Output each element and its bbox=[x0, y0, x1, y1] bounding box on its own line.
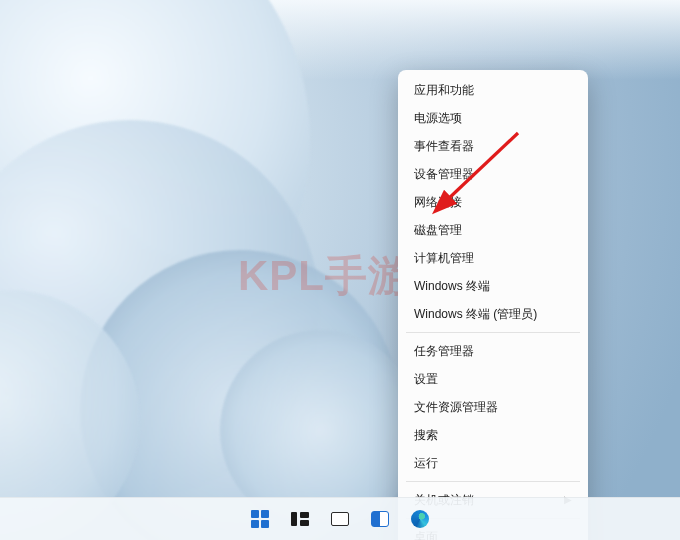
widgets-icon bbox=[371, 511, 389, 527]
menu-item-label: 计算机管理 bbox=[414, 250, 474, 266]
winx-context-menu[interactable]: 应用和功能电源选项事件查看器设备管理器网络连接磁盘管理计算机管理Windows … bbox=[398, 70, 588, 540]
start-button[interactable] bbox=[247, 506, 273, 532]
menu-item-label: 应用和功能 bbox=[414, 82, 474, 98]
menu-item[interactable]: 设备管理器 bbox=[398, 160, 588, 188]
menu-item-label: 设备管理器 bbox=[414, 166, 474, 182]
menu-item-label: 电源选项 bbox=[414, 110, 462, 126]
task-view-icon bbox=[291, 512, 309, 526]
menu-separator bbox=[406, 481, 580, 482]
taskbar-app-button[interactable] bbox=[327, 506, 353, 532]
menu-item-label: 磁盘管理 bbox=[414, 222, 462, 238]
menu-separator bbox=[406, 332, 580, 333]
menu-item-label: 设置 bbox=[414, 371, 438, 387]
menu-item[interactable]: 电源选项 bbox=[398, 104, 588, 132]
menu-item-label: 事件查看器 bbox=[414, 138, 474, 154]
menu-item[interactable]: 文件资源管理器 bbox=[398, 393, 588, 421]
menu-item[interactable]: 搜索 bbox=[398, 421, 588, 449]
menu-item[interactable]: 应用和功能 bbox=[398, 76, 588, 104]
widgets-button[interactable] bbox=[367, 506, 393, 532]
menu-item[interactable]: 网络连接 bbox=[398, 188, 588, 216]
edge-icon bbox=[411, 510, 429, 528]
menu-item[interactable]: 磁盘管理 bbox=[398, 216, 588, 244]
desktop: KPL手游 应用和功能电源选项事件查看器设备管理器网络连接磁盘管理计算机管理Wi… bbox=[0, 0, 680, 540]
menu-item[interactable]: Windows 终端 bbox=[398, 272, 588, 300]
windows-logo-icon bbox=[251, 510, 269, 528]
taskbar bbox=[0, 497, 680, 540]
menu-item-label: 任务管理器 bbox=[414, 343, 474, 359]
menu-item-label: 文件资源管理器 bbox=[414, 399, 498, 415]
menu-item[interactable]: 运行 bbox=[398, 449, 588, 477]
menu-item-label: 网络连接 bbox=[414, 194, 462, 210]
menu-item[interactable]: Windows 终端 (管理员) bbox=[398, 300, 588, 328]
menu-item-label: 运行 bbox=[414, 455, 438, 471]
menu-item[interactable]: 计算机管理 bbox=[398, 244, 588, 272]
task-view-button[interactable] bbox=[287, 506, 313, 532]
menu-item-label: Windows 终端 bbox=[414, 278, 490, 294]
menu-item-label: Windows 终端 (管理员) bbox=[414, 306, 537, 322]
edge-button[interactable] bbox=[407, 506, 433, 532]
menu-item-label: 搜索 bbox=[414, 427, 438, 443]
menu-item[interactable]: 任务管理器 bbox=[398, 337, 588, 365]
window-box-icon bbox=[331, 512, 349, 526]
menu-item[interactable]: 设置 bbox=[398, 365, 588, 393]
menu-item[interactable]: 事件查看器 bbox=[398, 132, 588, 160]
